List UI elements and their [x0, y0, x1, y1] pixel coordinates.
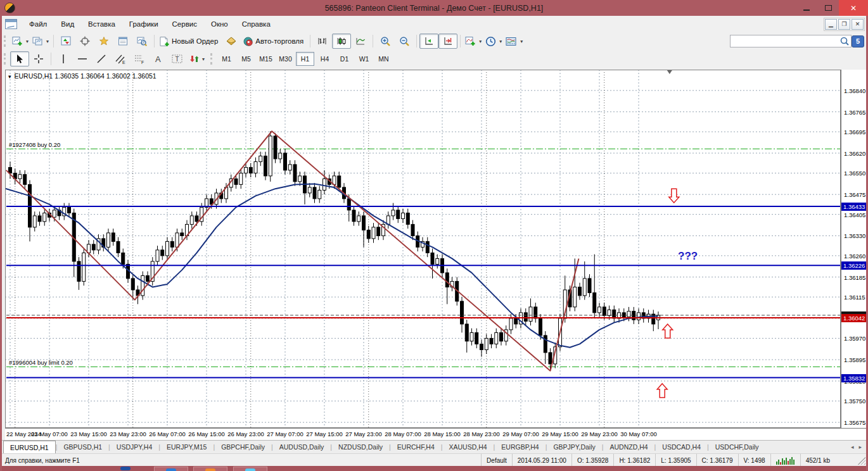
trendline-tool-button[interactable] [92, 51, 111, 66]
metaeditor-button[interactable] [222, 34, 241, 49]
notifications-button[interactable]: 5 [852, 35, 864, 47]
candle-body [156, 250, 159, 261]
window-close-button[interactable] [839, 0, 868, 16]
terminal-button[interactable] [113, 34, 132, 49]
profiles-button[interactable] [30, 34, 51, 49]
tab-EURCHFH4[interactable]: EURCHF,H4 [391, 441, 441, 453]
menu-6[interactable]: Справка [235, 18, 278, 30]
vline-tool-button[interactable] [54, 51, 73, 66]
trend-zigzag-line[interactable] [6, 131, 579, 370]
new-order-button[interactable]: Новый Ордер [157, 34, 222, 49]
market-watch-button[interactable] [56, 34, 75, 49]
toolbar-grip[interactable] [4, 35, 8, 47]
channel-tool-button[interactable]: E [111, 51, 130, 66]
new-chart-button[interactable] [10, 34, 30, 49]
tab-AUDUSDDaily[interactable]: AUDUSD,Daily [273, 441, 331, 453]
chart-close-button[interactable]: ✕ [852, 19, 864, 30]
question-annotation[interactable]: ??? [678, 250, 698, 262]
timeframe-M5[interactable]: M5 [237, 52, 255, 66]
search-input[interactable] [730, 35, 852, 47]
timeframe-H4[interactable]: H4 [316, 52, 334, 66]
text-label-tool-button[interactable]: T [168, 51, 187, 66]
templates-button[interactable] [504, 34, 525, 49]
price-chart[interactable]: ??? [5, 70, 841, 428]
timeframe-M1[interactable]: M1 [217, 52, 236, 66]
menu-4[interactable]: Сервис [165, 18, 204, 30]
crosshair-tool-button[interactable] [29, 51, 48, 66]
arrow-up-annotation[interactable] [663, 324, 673, 338]
candle-body [622, 313, 625, 317]
candle-body [485, 338, 488, 349]
data-window-button[interactable] [75, 34, 94, 49]
arrow-up-annotation[interactable] [657, 384, 667, 398]
tab-scroll-right[interactable]: ▸ [858, 444, 862, 450]
mdi-controls: ▁ ❐ ✕ [824, 18, 865, 31]
candle-body [293, 165, 297, 182]
menu-0[interactable]: Файл [22, 18, 54, 30]
price-axis: 1.368401.367651.366951.366201.365501.364… [841, 70, 867, 428]
timeframe-D1[interactable]: D1 [335, 52, 354, 66]
candle-body [529, 307, 532, 322]
menu-3[interactable]: Графики [122, 18, 165, 30]
indicators-button[interactable] [463, 34, 483, 49]
timeframe-M30[interactable]: M30 [276, 52, 295, 66]
window-minimize-button[interactable] [796, 0, 817, 16]
status-profile[interactable]: Default [481, 454, 512, 467]
autoscroll-button[interactable] [419, 34, 438, 49]
autotrading-button[interactable]: Авто-торговля [241, 34, 307, 49]
timeframe-W1[interactable]: W1 [355, 52, 373, 66]
tab-AUDNZDH4[interactable]: AUDNZD,H4 [604, 441, 654, 453]
chart-minimize-button[interactable]: ▁ [825, 19, 837, 30]
line-chart-icon [355, 36, 366, 46]
menu-1[interactable]: Вид [54, 18, 81, 30]
tab-GBPJPYDaily[interactable]: GBPJPY,Daily [547, 441, 601, 453]
tab-USDCHFDaily[interactable]: USDCHF,Daily [709, 441, 765, 453]
navigator-button[interactable] [94, 34, 113, 49]
toolbar-grip[interactable] [4, 53, 8, 65]
strategy-tester-button[interactable] [132, 34, 151, 49]
tab-EURGBPH4[interactable]: EURGBP,H4 [495, 441, 545, 453]
tab-GBPCHFDaily[interactable]: GBPCHF,Daily [215, 441, 271, 453]
search-icon[interactable] [839, 36, 850, 46]
chart-bars-button[interactable] [313, 34, 332, 49]
chart-window-icon [5, 19, 17, 29]
timeframe-MN[interactable]: MN [374, 52, 393, 66]
chart-line-button[interactable] [351, 34, 370, 49]
text-tool-button[interactable]: A [149, 51, 168, 66]
price-tick: 1.36765 [844, 109, 865, 116]
fibonacci-tool-button[interactable]: F [130, 51, 149, 66]
candle-body [357, 216, 361, 222]
timeframe-M15[interactable]: M15 [257, 52, 275, 66]
zoom-in-icon [380, 36, 391, 47]
timeframe-H1[interactable]: H1 [296, 52, 314, 66]
tab-XAUUSDH4[interactable]: XAUUSD,H4 [443, 441, 494, 453]
chart-shift-button[interactable] [438, 34, 457, 49]
candle-body [269, 136, 272, 176]
tab-NZDUSDDaily[interactable]: NZDUSD,Daily [332, 441, 389, 453]
chart-area[interactable]: ??? 1.368401.367651.366951.366201.365501… [0, 68, 868, 440]
periods-button[interactable] [483, 34, 504, 49]
menu-2[interactable]: Вставка [81, 18, 122, 30]
arrows-tool-button[interactable] [187, 51, 207, 66]
toolbar-grip[interactable] [210, 53, 214, 65]
window-maximize-button[interactable] [817, 0, 839, 16]
hline-tool-button[interactable] [73, 51, 92, 66]
tab-EURJPYM15[interactable]: EURJPY,M15 [160, 441, 213, 453]
candle-body [534, 307, 537, 318]
chart-restore-button[interactable]: ❐ [838, 19, 850, 30]
tab-USDCADH4[interactable]: USDCAD,H4 [656, 441, 707, 453]
tab-GBPUSDH1[interactable]: GBPUSD,H1 [57, 441, 108, 453]
resize-grip[interactable] [858, 457, 865, 465]
price-badge: 1.36433 [841, 203, 867, 211]
zoom-out-button[interactable] [395, 34, 414, 49]
chart-symbol-ohlc-label[interactable]: EURUSD,H1 1.36035 1.36064 1.36002 1.3605… [8, 72, 156, 80]
chart-candles-button[interactable] [332, 34, 351, 49]
arrow-down-annotation[interactable] [669, 189, 679, 203]
cursor-tool-button[interactable] [10, 51, 29, 66]
tab-EURUSDH1[interactable]: EURUSD,H1 [3, 441, 56, 453]
zoom-in-button[interactable] [376, 34, 395, 49]
chart-shift-marker[interactable] [667, 70, 672, 74]
tab-USDJPYH4[interactable]: USDJPY,H4 [110, 441, 158, 453]
menu-5[interactable]: Окно [204, 18, 235, 30]
tab-scroll-left[interactable]: ◂ [851, 444, 854, 450]
